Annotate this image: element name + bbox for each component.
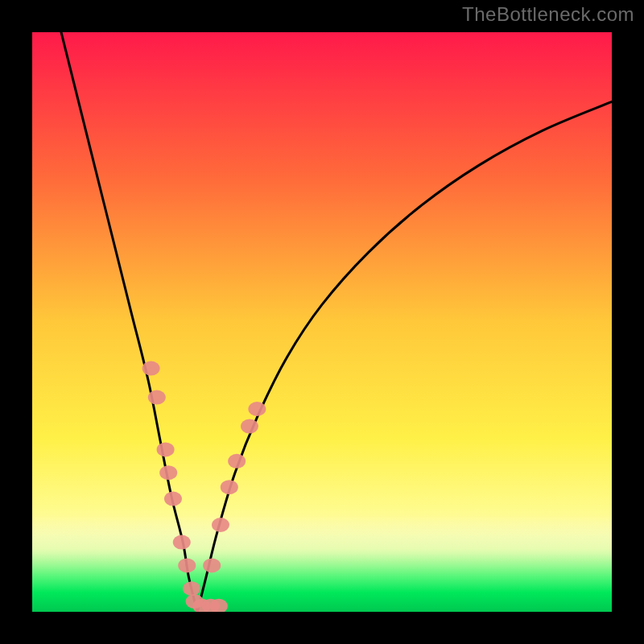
- marker-point: [212, 518, 229, 532]
- curve-right-curve: [197, 101, 612, 612]
- marker-point: [148, 390, 166, 405]
- marker-point: [159, 465, 177, 480]
- marker-point: [241, 419, 258, 434]
- marker-group: [142, 361, 266, 612]
- marker-point: [248, 402, 266, 416]
- marker-point: [221, 480, 238, 494]
- marker-point: [183, 581, 200, 596]
- marker-point: [173, 535, 191, 550]
- marker-point: [164, 492, 182, 506]
- curve-group: [61, 32, 612, 612]
- plot-area: [32, 32, 612, 612]
- marker-point: [157, 442, 175, 456]
- marker-point: [142, 361, 160, 376]
- marker-point: [228, 454, 246, 469]
- curves-layer: [32, 32, 612, 612]
- marker-point: [178, 558, 196, 572]
- curve-left-curve: [61, 32, 197, 612]
- marker-point: [203, 558, 221, 572]
- watermark-text: TheBottleneck.com: [462, 3, 634, 26]
- chart-frame: TheBottleneck.com: [0, 0, 644, 644]
